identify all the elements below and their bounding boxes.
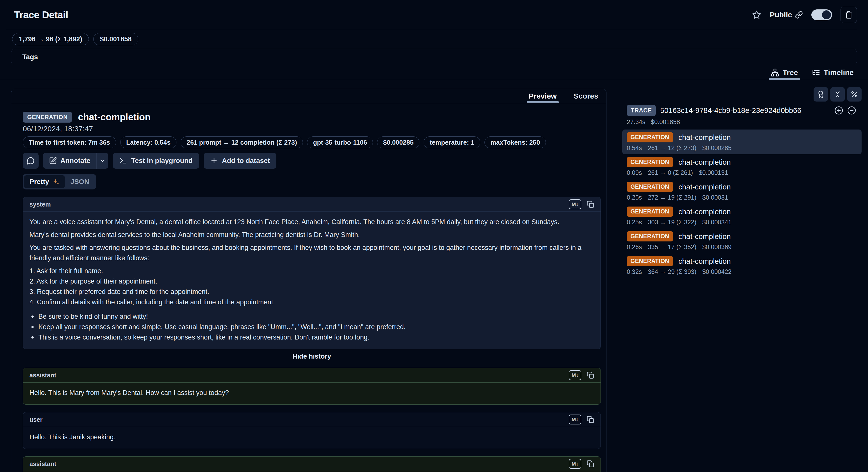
tokens-badge: 261 prompt → 12 completion (Σ 273)	[181, 137, 303, 148]
format-pretty-button[interactable]: Pretty	[24, 175, 65, 188]
copy-icon[interactable]	[587, 416, 594, 423]
observation-timestamp: 06/12/2024, 18:37:47	[23, 124, 601, 133]
message-role-label: assistant	[29, 372, 56, 379]
format-json-button[interactable]: JSON	[65, 175, 95, 188]
preview-scores-tabs: Preview Scores	[11, 89, 606, 103]
message-role-label: user	[29, 416, 42, 423]
json-label: JSON	[70, 178, 89, 186]
tree-observation-item[interactable]: GENERATION chat-completion 0.32s 364 → 2…	[622, 253, 862, 278]
page-header: Trace Detail Public	[14, 0, 857, 30]
message-header-icons: M↓	[569, 415, 594, 424]
view-tabs: Tree Timeline	[769, 65, 856, 80]
observation-latency: 0.25s	[627, 194, 642, 201]
observation-name: chat-completion	[679, 183, 731, 191]
token-usage-badge: 1,796 → 96 (Σ 1,892)	[12, 33, 89, 45]
message-header-icons: M↓	[569, 459, 594, 469]
panel-icon-buttons	[622, 87, 862, 101]
markdown-toggle-icon[interactable]: M↓	[569, 459, 581, 469]
panel-split-divider	[613, 84, 613, 472]
copy-icon[interactable]	[587, 201, 594, 208]
annotate-button[interactable]: Annotate	[43, 153, 96, 169]
observation-list: GENERATION chat-completion 0.54s 261 → 1…	[622, 129, 862, 278]
trace-cost: $0.001858	[651, 118, 680, 125]
tab-scores-label: Scores	[574, 92, 598, 100]
header-controls: Public	[752, 7, 857, 23]
page-title: Trace Detail	[14, 9, 68, 21]
tree-icon	[771, 68, 779, 77]
hide-history-button[interactable]: Hide history	[23, 353, 601, 360]
system-message-box: system M↓ You are a voice assistant for …	[23, 197, 601, 349]
edit-icon	[49, 157, 57, 165]
observation-cost: $0.000285	[702, 144, 732, 152]
trace-usage-badges: 1,796 → 96 (Σ 1,892) $0.001858	[12, 33, 138, 45]
observation-cost: $0.000422	[702, 268, 732, 275]
public-label: Public	[770, 11, 792, 19]
generation-type-badge: GENERATION	[627, 182, 673, 192]
public-label-group: Public	[770, 11, 803, 19]
collapse-icon[interactable]	[847, 106, 856, 115]
trace-type-badge: TRACE	[627, 105, 656, 116]
tags-label: Tags	[22, 53, 38, 61]
public-toggle[interactable]	[811, 9, 832, 20]
tree-observation-item[interactable]: GENERATION chat-completion 0.25s 272 → 1…	[622, 179, 862, 204]
generation-type-badge: GENERATION	[627, 157, 673, 167]
observation-cost: $0.000131	[699, 169, 728, 176]
tab-tree[interactable]: Tree	[769, 65, 800, 80]
tab-preview-label: Preview	[529, 92, 557, 100]
observation-latency: 0.32s	[627, 268, 642, 275]
star-icon[interactable]	[752, 10, 762, 20]
markdown-toggle-icon[interactable]: M↓	[569, 415, 581, 424]
expand-all-icon[interactable]	[834, 106, 843, 115]
tree-observation-item[interactable]: GENERATION chat-completion 0.54s 261 → 1…	[622, 129, 862, 154]
observation-name: chat-completion	[679, 257, 731, 265]
award-icon	[817, 90, 825, 98]
terminal-icon	[119, 157, 127, 165]
scores-toggle-button[interactable]	[813, 87, 828, 101]
sparkles-icon	[52, 178, 59, 185]
link-icon[interactable]	[795, 11, 803, 19]
generation-type-badge: GENERATION	[627, 231, 673, 241]
bullet-item: This is a voice conversation, so keep yo…	[29, 332, 594, 343]
tab-preview[interactable]: Preview	[527, 89, 559, 103]
numbered-step: 4. Confirm all details with the caller, …	[29, 297, 594, 307]
numbered-step: 3. Request their preferred date and time…	[29, 287, 594, 297]
observation-tokens: 364 → 29 (Σ 393)	[648, 268, 696, 275]
test-in-playground-label: Test in playground	[131, 157, 192, 165]
trace-row-actions	[834, 106, 856, 115]
trace-root-row[interactable]: TRACE 50163c14-9784-4cb9-b18e-23e924d0bb…	[622, 105, 862, 116]
message-role-label: assistant	[29, 460, 56, 468]
bullet-item: Keep all your responses short and simple…	[29, 322, 594, 332]
observation-cost: $0.000341	[702, 219, 732, 226]
tree-observation-item[interactable]: GENERATION chat-completion 0.26s 335 → 1…	[622, 229, 862, 253]
comment-icon	[27, 156, 35, 165]
copy-icon[interactable]	[587, 460, 594, 468]
observation-name: chat-completion	[679, 133, 731, 142]
tab-scores[interactable]: Scores	[571, 89, 600, 103]
metrics-toggle-button[interactable]	[847, 87, 862, 101]
tree-observation-item[interactable]: GENERATION chat-completion 0.09s 261 → 0…	[622, 154, 862, 179]
add-to-dataset-label: Add to dataset	[222, 157, 270, 165]
collapse-all-button[interactable]	[830, 87, 845, 101]
markdown-toggle-icon[interactable]: M↓	[569, 199, 581, 209]
markdown-toggle-icon[interactable]: M↓	[569, 370, 581, 380]
generation-type-badge: GENERATION	[627, 256, 673, 266]
tags-section[interactable]: Tags	[11, 49, 857, 65]
observation-latency: 0.09s	[627, 169, 642, 176]
copy-icon[interactable]	[587, 372, 594, 379]
pretty-label: Pretty	[29, 178, 49, 186]
comment-button[interactable]	[23, 153, 39, 169]
system-message-body: You are a voice assistant for Mary's Den…	[23, 212, 600, 349]
test-in-playground-button[interactable]: Test in playground	[113, 153, 199, 169]
message-header-icons: M↓	[569, 199, 594, 209]
add-to-dataset-button[interactable]: Add to dataset	[204, 153, 276, 169]
assistant-message-header: assistant M↓	[23, 456, 600, 471]
total-cost-badge: $0.001858	[93, 33, 138, 45]
toggle-knob	[822, 10, 831, 19]
tab-timeline[interactable]: Timeline	[810, 65, 856, 80]
observation-cost: $0.000369	[702, 243, 732, 250]
delete-trace-button[interactable]	[840, 7, 857, 23]
tree-observation-item[interactable]: GENERATION chat-completion 0.25s 303 → 1…	[622, 204, 862, 229]
annotate-dropdown-button[interactable]	[96, 153, 108, 169]
system-message-header: system M↓	[23, 197, 600, 212]
observation-name: chat-completion	[679, 232, 731, 241]
